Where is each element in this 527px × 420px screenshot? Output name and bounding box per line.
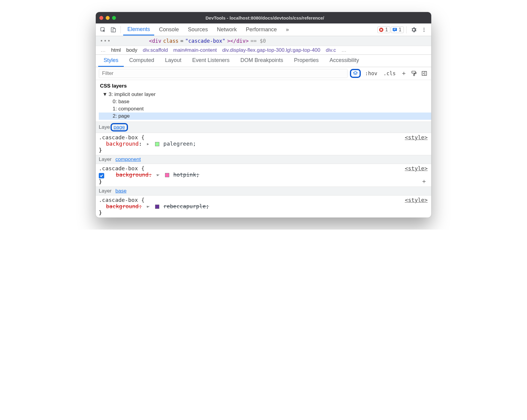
layer-heading-component: Layer component xyxy=(96,155,431,164)
computed-sidebar-icon[interactable] xyxy=(420,69,428,77)
breadcrumb-item[interactable]: html xyxy=(111,47,121,53)
rule-source-link[interactable]: <style> xyxy=(405,134,428,141)
rule-property[interactable]: background xyxy=(99,141,139,147)
subtab-styles[interactable]: Styles xyxy=(98,55,124,67)
settings-icon[interactable] xyxy=(409,25,419,35)
layer-link-ring: page xyxy=(111,123,128,131)
tabs-overflow[interactable]: » xyxy=(282,24,293,35)
css-rule[interactable]: <style> .cascade-box { background: ▸ hot… xyxy=(96,164,431,187)
svg-rect-9 xyxy=(413,74,414,76)
layer-link[interactable]: page xyxy=(114,124,125,130)
rule-value[interactable]: hotpink; xyxy=(173,171,199,178)
color-swatch[interactable] xyxy=(155,142,159,146)
svg-point-7 xyxy=(424,31,425,32)
layer-item-selected[interactable]: 2: page xyxy=(99,113,431,120)
dom-tag-close: ></div> xyxy=(227,38,249,44)
message-count: 1 xyxy=(399,27,401,32)
maximize-window-button[interactable] xyxy=(112,16,116,20)
dom-ellipsis: ••• xyxy=(100,38,111,44)
subtab-layout[interactable]: Layout xyxy=(160,55,187,67)
rule-selector: .cascade-box { xyxy=(99,197,145,203)
svg-point-5 xyxy=(424,28,425,29)
layer-item[interactable]: 0: base xyxy=(99,98,431,105)
rule-value[interactable]: palegreen; xyxy=(164,141,196,147)
expand-shorthand-icon[interactable]: ▸ xyxy=(146,141,150,147)
svg-rect-8 xyxy=(412,71,416,73)
breadcrumb-item[interactable]: div.scaffold xyxy=(143,47,168,53)
dom-attr: class xyxy=(163,38,179,44)
main-toolbar: Elements Console Sources Network Perform… xyxy=(96,23,431,36)
layer-heading-base: Layer base xyxy=(96,187,431,196)
tab-elements[interactable]: Elements xyxy=(123,24,154,36)
layer-heading-page: Layepage xyxy=(96,122,431,133)
rule-selector: .cascade-box { xyxy=(99,165,145,171)
device-toggle-icon[interactable] xyxy=(108,25,118,35)
error-count: 1 xyxy=(385,27,388,32)
message-badge[interactable]: 1 xyxy=(391,26,404,33)
expand-shorthand-icon[interactable]: ▸ xyxy=(156,171,160,178)
rule-property[interactable]: background: xyxy=(109,171,152,178)
new-style-rule-icon[interactable] xyxy=(400,69,408,77)
tab-network[interactable]: Network xyxy=(213,24,241,35)
layer-outer[interactable]: ▼ 3: implicit outer layer xyxy=(99,91,431,98)
minimize-window-button[interactable] xyxy=(106,16,110,20)
tab-console[interactable]: Console xyxy=(155,24,183,35)
subtab-dom-breakpoints[interactable]: DOM Breakpoints xyxy=(235,55,288,67)
cls-toggle[interactable]: .cls xyxy=(382,70,398,77)
layer-prefix: Layer xyxy=(99,188,112,194)
devtools-window: DevTools - localhost:8080/docs/devtools/… xyxy=(96,12,431,218)
svg-point-6 xyxy=(424,29,425,30)
filter-input[interactable] xyxy=(99,69,348,78)
layer-item[interactable]: 1: component xyxy=(99,105,431,113)
styles-subtabs: Styles Computed Layout Event Listeners D… xyxy=(96,55,431,67)
css-rule[interactable]: <style> .cascade-box { background: ▸ pal… xyxy=(96,133,431,155)
add-property-icon[interactable]: ＋ xyxy=(421,177,427,185)
rule-selector: .cascade-box { xyxy=(99,134,145,141)
rule-source-link[interactable]: <style> xyxy=(405,197,428,203)
tab-performance[interactable]: Performance xyxy=(242,24,281,35)
breadcrumb: … html body div.scaffold main#main-conte… xyxy=(96,46,431,55)
toggle-css-layers-button[interactable] xyxy=(350,69,361,78)
breadcrumb-item[interactable]: body xyxy=(126,47,137,53)
styles-filter-bar: :hov .cls xyxy=(96,67,431,80)
kebab-menu-icon[interactable] xyxy=(419,25,429,35)
layer-prefix: Laye xyxy=(99,124,110,130)
layer-prefix: Layer xyxy=(99,156,112,162)
breadcrumb-item[interactable]: div.display-flex.gap-top-300.lg\:gap-top… xyxy=(222,47,320,53)
dom-selected-node[interactable]: ••• <div class="cascade-box"></div> == $… xyxy=(96,36,431,46)
breadcrumb-item[interactable]: div.c xyxy=(326,47,336,53)
rule-source-link[interactable]: <style> xyxy=(405,165,428,171)
breadcrumb-trail: … xyxy=(341,47,346,53)
expand-shorthand-icon[interactable]: ▸ xyxy=(146,203,150,209)
close-window-button[interactable] xyxy=(99,16,103,20)
error-badge[interactable]: 1 xyxy=(377,26,390,33)
property-checkbox[interactable] xyxy=(99,173,104,178)
paint-icon[interactable] xyxy=(410,69,418,77)
inspect-element-icon[interactable] xyxy=(98,25,108,35)
svg-rect-2 xyxy=(113,28,115,32)
separator xyxy=(406,26,407,33)
window-controls xyxy=(99,16,116,20)
breadcrumb-item[interactable]: main#main-content xyxy=(173,47,217,53)
titlebar: DevTools - localhost:8080/docs/devtools/… xyxy=(96,12,431,23)
subtab-computed[interactable]: Computed xyxy=(124,55,160,67)
disclosure-triangle-icon[interactable]: ▼ xyxy=(102,91,108,97)
css-layers-tree: ▼ 3: implicit outer layer 0: base 1: com… xyxy=(96,90,431,122)
separator xyxy=(120,26,121,33)
subtab-accessibility[interactable]: Accessibility xyxy=(324,55,364,67)
rule-property[interactable]: background: xyxy=(99,203,142,209)
hov-toggle[interactable]: :hov xyxy=(363,70,379,77)
tab-sources[interactable]: Sources xyxy=(184,24,212,35)
layer-label: 3: implicit outer layer xyxy=(109,91,156,97)
color-swatch[interactable] xyxy=(155,205,159,209)
dom-selection-marker: == $0 xyxy=(251,38,266,44)
layer-link[interactable]: base xyxy=(115,188,126,194)
subtab-properties[interactable]: Properties xyxy=(288,55,324,67)
subtab-event-listeners[interactable]: Event Listeners xyxy=(187,55,235,67)
color-swatch[interactable] xyxy=(165,173,169,177)
css-rule[interactable]: <style> .cascade-box { background: ▸ reb… xyxy=(96,196,431,218)
css-layers-title: CSS layers xyxy=(96,80,431,90)
layer-link[interactable]: component xyxy=(115,156,141,162)
svg-rect-10 xyxy=(422,71,427,75)
rule-value[interactable]: rebeccapurple; xyxy=(164,203,209,209)
